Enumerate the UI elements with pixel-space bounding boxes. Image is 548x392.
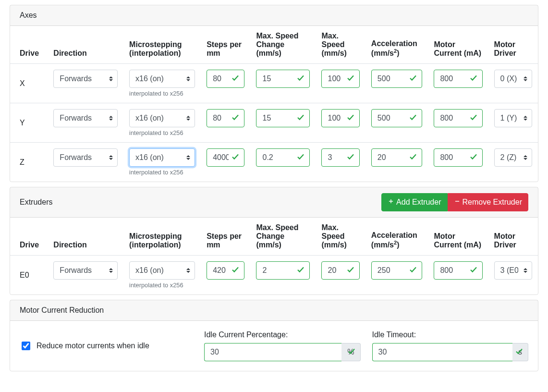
direction-select[interactable]: Forwards: [53, 148, 118, 167]
mcr-title: Motor Current Reduction: [20, 306, 104, 315]
axes-title: Axes: [20, 11, 37, 20]
remove-extruder-label: Remove Extruder: [463, 196, 523, 208]
th-microstepping: Microstepping (interpolation): [123, 218, 201, 256]
axes-card-header: Axes: [10, 5, 538, 26]
th-motor-current: Motor Current (mA): [428, 26, 488, 64]
drive-cell: X: [10, 64, 48, 103]
idle-timeout-input[interactable]: [372, 343, 513, 361]
steps-input[interactable]: [207, 70, 244, 88]
drive-cell: E0: [10, 256, 48, 295]
acceleration-input[interactable]: [371, 148, 423, 167]
interp-note: interpolated to x256: [129, 129, 195, 136]
microstepping-select[interactable]: x16 (on): [129, 148, 195, 167]
idle-pct-input[interactable]: [204, 343, 341, 361]
th-steps: Steps per mm: [201, 26, 250, 64]
th-motor-current: Motor Current (mA): [428, 218, 488, 256]
acceleration-input[interactable]: [371, 261, 423, 280]
idle-timeout-unit: s: [512, 343, 528, 361]
axes-card: Axes Drive Direction Microstepping (inte…: [10, 5, 538, 182]
steps-input[interactable]: [207, 148, 244, 167]
motor-driver-select[interactable]: 1 (Y): [494, 109, 532, 127]
th-drive: Drive: [10, 218, 48, 256]
speed-change-input[interactable]: [256, 109, 310, 127]
extruders-table: Drive Direction Microstepping (interpola…: [10, 218, 538, 294]
motor-current-reduction-card: Motor Current Reduction Reduce motor cur…: [10, 300, 538, 371]
motor-current-input[interactable]: [434, 148, 482, 167]
add-extruder-button[interactable]: Add Extruder: [381, 193, 447, 211]
microstepping-select[interactable]: x16 (on): [129, 70, 195, 88]
microstepping-select[interactable]: x16 (on): [129, 261, 195, 280]
motor-current-input[interactable]: [434, 261, 482, 280]
table-row: Y Forwards x16 (on) interpolated to x256: [10, 103, 538, 143]
reduce-idle-label[interactable]: Reduce motor currents when idle: [37, 342, 149, 350]
table-row: E0 Forwards x16 (on) interpolated to x25…: [10, 256, 538, 295]
extruders-title: Extruders: [20, 198, 52, 207]
motor-driver-select[interactable]: 2 (Z): [494, 148, 532, 167]
idle-pct-unit: %: [341, 343, 360, 361]
extruders-card-header: Extruders Add Extruder Remove Extruder: [10, 187, 538, 218]
axes-table: Drive Direction Microstepping (interpola…: [10, 26, 538, 182]
th-motor-driver: Motor Driver: [488, 218, 538, 256]
th-steps: Steps per mm: [201, 218, 250, 256]
idle-timeout-label: Idle Timeout:: [372, 331, 529, 339]
motor-current-input[interactable]: [434, 109, 482, 127]
speed-change-input[interactable]: [256, 70, 310, 88]
th-microstepping: Microstepping (interpolation): [123, 26, 201, 64]
microstepping-select[interactable]: x16 (on): [129, 109, 195, 127]
acceleration-input[interactable]: [371, 109, 423, 127]
speed-change-input[interactable]: [256, 261, 310, 280]
direction-select[interactable]: Forwards: [53, 261, 118, 280]
motor-driver-select[interactable]: 0 (X): [494, 70, 532, 88]
th-acceleration: Acceleration (mm/s2): [365, 218, 428, 256]
direction-select[interactable]: Forwards: [53, 109, 118, 127]
table-row: X Forwards x16 (on) interpolated to x256: [10, 64, 538, 103]
th-drive: Drive: [10, 26, 48, 64]
interp-note: interpolated to x256: [129, 169, 195, 176]
interp-note: interpolated to x256: [129, 90, 195, 97]
extruder-buttons: Add Extruder Remove Extruder: [381, 193, 528, 211]
th-direction: Direction: [48, 26, 123, 64]
max-speed-input[interactable]: [321, 261, 359, 280]
drive-cell: Z: [10, 143, 48, 182]
th-max-speed: Max. Speed (mm/s): [316, 218, 365, 256]
extruders-card: Extruders Add Extruder Remove Extruder: [10, 187, 538, 295]
reduce-idle-checkbox[interactable]: [22, 342, 30, 350]
mcr-card-header: Motor Current Reduction: [10, 300, 538, 321]
th-direction: Direction: [48, 218, 123, 256]
th-acceleration: Acceleration (mm/s2): [365, 26, 428, 64]
steps-input[interactable]: [207, 261, 244, 280]
acceleration-input[interactable]: [371, 70, 423, 88]
motor-current-input[interactable]: [434, 70, 482, 88]
max-speed-input[interactable]: [321, 70, 359, 88]
th-max-speed: Max. Speed (mm/s): [316, 26, 365, 64]
interp-note: interpolated to x256: [129, 282, 195, 289]
idle-pct-label: Idle Current Percentage:: [204, 331, 361, 339]
steps-input[interactable]: [207, 109, 244, 127]
plus-icon: [388, 196, 394, 208]
direction-select[interactable]: Forwards: [53, 70, 118, 88]
max-speed-input[interactable]: [321, 148, 359, 167]
remove-extruder-button[interactable]: Remove Extruder: [448, 193, 529, 211]
max-speed-input[interactable]: [321, 109, 359, 127]
th-speed-change: Max. Speed Change (mm/s): [250, 26, 316, 64]
th-speed-change: Max. Speed Change (mm/s): [250, 218, 316, 256]
th-motor-driver: Motor Driver: [488, 26, 538, 64]
minus-icon: [454, 196, 461, 208]
add-extruder-label: Add Extruder: [396, 196, 441, 208]
motor-driver-select[interactable]: 3 (E0): [494, 261, 532, 280]
table-row: Z Forwards x16 (on) interpolated to x256: [10, 143, 538, 182]
speed-change-input[interactable]: [256, 148, 310, 167]
drive-cell: Y: [10, 103, 48, 143]
